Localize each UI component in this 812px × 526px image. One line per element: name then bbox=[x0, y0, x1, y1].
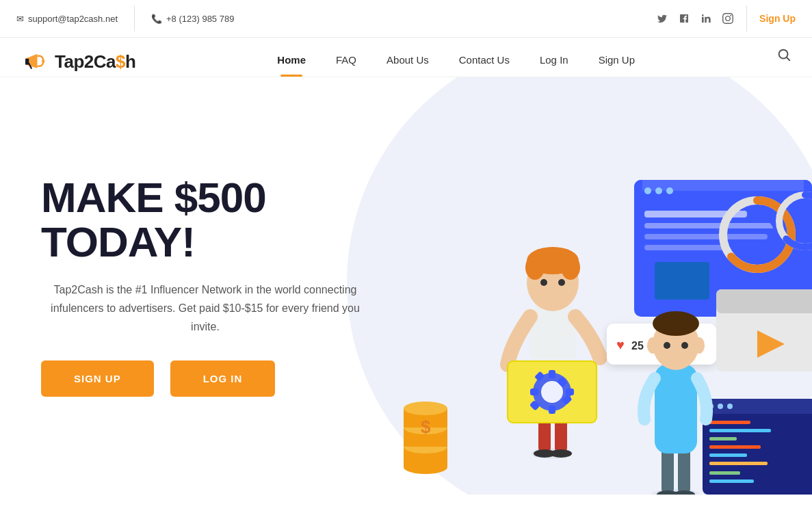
hero-description: Tap2Cash is the #1 Influencer Network in… bbox=[41, 280, 369, 337]
facebook-icon[interactable] bbox=[678, 12, 690, 25]
nav-faq[interactable]: FAQ bbox=[324, 47, 369, 77]
instagram-icon[interactable] bbox=[722, 12, 734, 25]
search-icon[interactable] bbox=[776, 47, 791, 77]
topbar-right: Sign Up bbox=[656, 5, 796, 31]
logo[interactable]: Tap2Ca$h bbox=[21, 48, 135, 77]
topbar-signup-link[interactable]: Sign Up bbox=[759, 13, 796, 24]
logo-text: Tap2Ca$h bbox=[55, 51, 135, 73]
nav-contact[interactable]: Contact Us bbox=[447, 47, 522, 77]
email-text: support@tap2cash.net bbox=[28, 14, 118, 24]
email-contact: ✉ support@tap2cash.net bbox=[16, 14, 118, 24]
twitter-icon[interactable] bbox=[656, 12, 668, 25]
email-icon: ✉ bbox=[16, 14, 24, 24]
phone-contact: 📞 +8 (123) 985 789 bbox=[151, 14, 234, 24]
hero-buttons: SIGN UP LOG IN bbox=[41, 360, 397, 397]
nav-home[interactable]: Home bbox=[265, 47, 318, 77]
linkedin-icon[interactable] bbox=[700, 12, 712, 25]
logo-icon bbox=[21, 48, 49, 77]
nav-about[interactable]: About Us bbox=[374, 47, 441, 77]
topbar-right-divider bbox=[746, 5, 747, 31]
topbar-left: ✉ support@tap2cash.net 📞 +8 (123) 985 78… bbox=[16, 5, 234, 31]
header: Tap2Ca$h Home FAQ About Us Contact Us Lo… bbox=[0, 38, 812, 77]
topbar: ✉ support@tap2cash.net 📞 +8 (123) 985 78… bbox=[0, 0, 812, 38]
nav-signup[interactable]: Sign Up bbox=[586, 47, 647, 77]
svg-point-2 bbox=[42, 59, 45, 62]
nav-login[interactable]: Log In bbox=[527, 47, 581, 77]
topbar-divider bbox=[134, 5, 135, 31]
hero-title: MAKE $500 TODAY! bbox=[41, 175, 397, 264]
main-nav: Home FAQ About Us Contact Us Log In Sign… bbox=[265, 47, 647, 77]
svg-line-4 bbox=[787, 57, 789, 60]
social-icons bbox=[656, 12, 734, 25]
hero-blob bbox=[347, 77, 812, 495]
login-button[interactable]: LOG IN bbox=[170, 360, 276, 397]
phone-text: +8 (123) 985 789 bbox=[166, 14, 234, 24]
signup-button[interactable]: SIGN UP bbox=[41, 360, 154, 397]
phone-icon: 📞 bbox=[151, 14, 162, 24]
hero-left: MAKE $500 TODAY! Tap2Cash is the #1 Infl… bbox=[0, 134, 397, 438]
hero-section: MAKE $500 TODAY! Tap2Cash is the #1 Infl… bbox=[0, 77, 812, 495]
